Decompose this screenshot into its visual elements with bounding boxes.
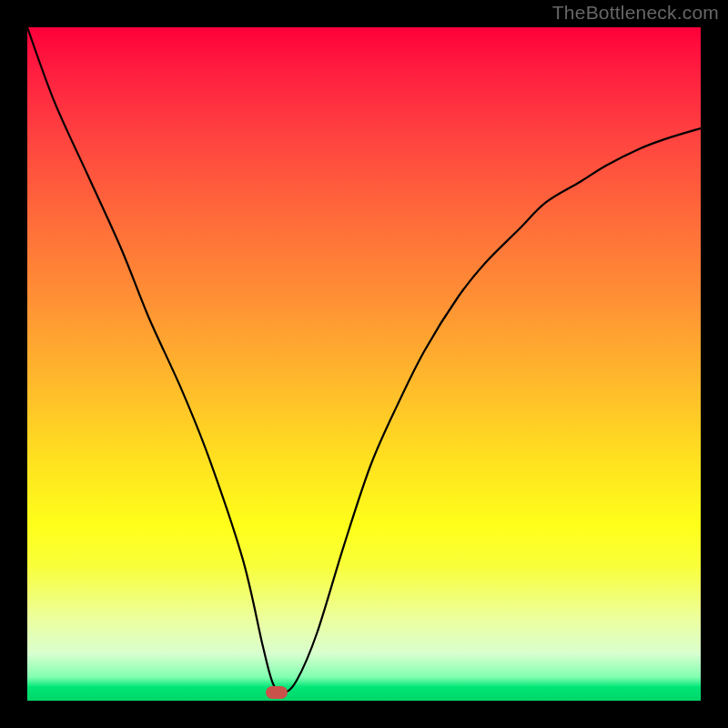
curve-svg (27, 27, 701, 701)
plot-area (27, 27, 701, 701)
minimum-marker (266, 686, 288, 699)
attribution-watermark: TheBottleneck.com (552, 2, 719, 24)
bottleneck-curve-path (27, 27, 701, 693)
chart-frame: TheBottleneck.com (0, 0, 728, 728)
